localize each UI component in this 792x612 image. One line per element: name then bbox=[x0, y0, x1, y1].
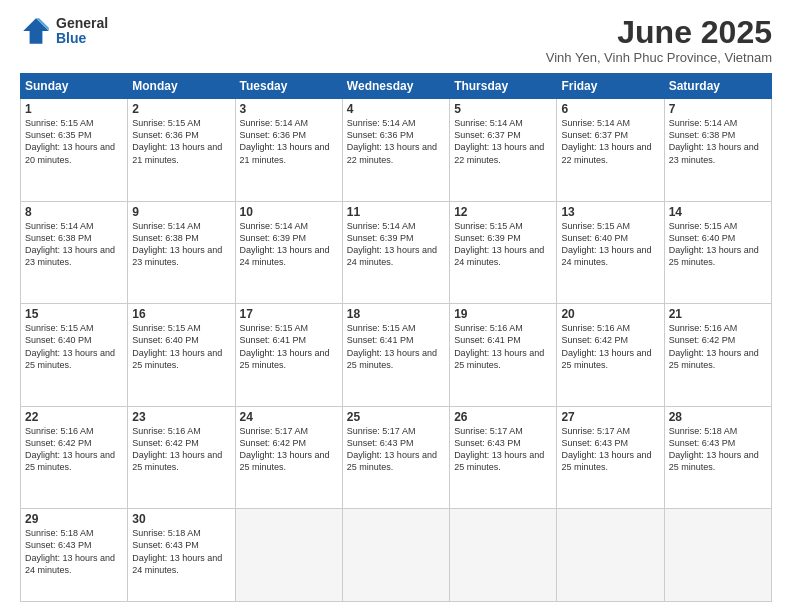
header-wednesday: Wednesday bbox=[342, 74, 449, 99]
calendar-cell: 17Sunrise: 5:15 AMSunset: 6:41 PMDayligh… bbox=[235, 304, 342, 407]
logo: General Blue bbox=[20, 15, 108, 47]
day-number: 16 bbox=[132, 307, 230, 321]
calendar-cell: 22Sunrise: 5:16 AMSunset: 6:42 PMDayligh… bbox=[21, 406, 128, 509]
weekday-header-row: Sunday Monday Tuesday Wednesday Thursday… bbox=[21, 74, 772, 99]
cell-info: Sunrise: 5:18 AMSunset: 6:43 PMDaylight:… bbox=[132, 528, 222, 574]
calendar-cell: 19Sunrise: 5:16 AMSunset: 6:41 PMDayligh… bbox=[450, 304, 557, 407]
calendar-cell: 2Sunrise: 5:15 AMSunset: 6:36 PMDaylight… bbox=[128, 99, 235, 202]
calendar-cell: 14Sunrise: 5:15 AMSunset: 6:40 PMDayligh… bbox=[664, 201, 771, 304]
cell-info: Sunrise: 5:15 AMSunset: 6:41 PMDaylight:… bbox=[240, 323, 330, 369]
calendar: Sunday Monday Tuesday Wednesday Thursday… bbox=[20, 73, 772, 602]
cell-info: Sunrise: 5:14 AMSunset: 6:39 PMDaylight:… bbox=[347, 221, 437, 267]
calendar-cell bbox=[664, 509, 771, 602]
calendar-cell: 28Sunrise: 5:18 AMSunset: 6:43 PMDayligh… bbox=[664, 406, 771, 509]
day-number: 23 bbox=[132, 410, 230, 424]
svg-marker-0 bbox=[23, 18, 49, 44]
calendar-cell: 15Sunrise: 5:15 AMSunset: 6:40 PMDayligh… bbox=[21, 304, 128, 407]
day-number: 29 bbox=[25, 512, 123, 526]
cell-info: Sunrise: 5:15 AMSunset: 6:40 PMDaylight:… bbox=[561, 221, 651, 267]
cell-info: Sunrise: 5:14 AMSunset: 6:38 PMDaylight:… bbox=[25, 221, 115, 267]
logo-general: General bbox=[56, 16, 108, 31]
calendar-cell: 8Sunrise: 5:14 AMSunset: 6:38 PMDaylight… bbox=[21, 201, 128, 304]
cell-info: Sunrise: 5:16 AMSunset: 6:42 PMDaylight:… bbox=[669, 323, 759, 369]
calendar-cell bbox=[342, 509, 449, 602]
cell-info: Sunrise: 5:15 AMSunset: 6:39 PMDaylight:… bbox=[454, 221, 544, 267]
cell-info: Sunrise: 5:16 AMSunset: 6:41 PMDaylight:… bbox=[454, 323, 544, 369]
calendar-cell: 10Sunrise: 5:14 AMSunset: 6:39 PMDayligh… bbox=[235, 201, 342, 304]
cell-info: Sunrise: 5:15 AMSunset: 6:41 PMDaylight:… bbox=[347, 323, 437, 369]
day-number: 26 bbox=[454, 410, 552, 424]
day-number: 14 bbox=[669, 205, 767, 219]
cell-info: Sunrise: 5:18 AMSunset: 6:43 PMDaylight:… bbox=[669, 426, 759, 472]
cell-info: Sunrise: 5:15 AMSunset: 6:40 PMDaylight:… bbox=[669, 221, 759, 267]
cell-info: Sunrise: 5:15 AMSunset: 6:35 PMDaylight:… bbox=[25, 118, 115, 164]
day-number: 15 bbox=[25, 307, 123, 321]
header-tuesday: Tuesday bbox=[235, 74, 342, 99]
header-monday: Monday bbox=[128, 74, 235, 99]
calendar-cell: 23Sunrise: 5:16 AMSunset: 6:42 PMDayligh… bbox=[128, 406, 235, 509]
calendar-cell: 11Sunrise: 5:14 AMSunset: 6:39 PMDayligh… bbox=[342, 201, 449, 304]
cell-info: Sunrise: 5:17 AMSunset: 6:43 PMDaylight:… bbox=[561, 426, 651, 472]
cell-info: Sunrise: 5:14 AMSunset: 6:37 PMDaylight:… bbox=[454, 118, 544, 164]
cell-info: Sunrise: 5:17 AMSunset: 6:43 PMDaylight:… bbox=[454, 426, 544, 472]
day-number: 2 bbox=[132, 102, 230, 116]
day-number: 13 bbox=[561, 205, 659, 219]
cell-info: Sunrise: 5:14 AMSunset: 6:36 PMDaylight:… bbox=[240, 118, 330, 164]
calendar-cell: 13Sunrise: 5:15 AMSunset: 6:40 PMDayligh… bbox=[557, 201, 664, 304]
calendar-cell: 26Sunrise: 5:17 AMSunset: 6:43 PMDayligh… bbox=[450, 406, 557, 509]
calendar-cell: 3Sunrise: 5:14 AMSunset: 6:36 PMDaylight… bbox=[235, 99, 342, 202]
calendar-cell: 27Sunrise: 5:17 AMSunset: 6:43 PMDayligh… bbox=[557, 406, 664, 509]
day-number: 25 bbox=[347, 410, 445, 424]
cell-info: Sunrise: 5:16 AMSunset: 6:42 PMDaylight:… bbox=[132, 426, 222, 472]
cell-info: Sunrise: 5:18 AMSunset: 6:43 PMDaylight:… bbox=[25, 528, 115, 574]
day-number: 24 bbox=[240, 410, 338, 424]
cell-info: Sunrise: 5:14 AMSunset: 6:38 PMDaylight:… bbox=[669, 118, 759, 164]
day-number: 17 bbox=[240, 307, 338, 321]
cell-info: Sunrise: 5:15 AMSunset: 6:36 PMDaylight:… bbox=[132, 118, 222, 164]
calendar-cell: 29Sunrise: 5:18 AMSunset: 6:43 PMDayligh… bbox=[21, 509, 128, 602]
day-number: 30 bbox=[132, 512, 230, 526]
calendar-cell: 1Sunrise: 5:15 AMSunset: 6:35 PMDaylight… bbox=[21, 99, 128, 202]
calendar-cell bbox=[557, 509, 664, 602]
day-number: 10 bbox=[240, 205, 338, 219]
logo-text: General Blue bbox=[56, 16, 108, 47]
day-number: 19 bbox=[454, 307, 552, 321]
cell-info: Sunrise: 5:14 AMSunset: 6:38 PMDaylight:… bbox=[132, 221, 222, 267]
calendar-cell: 18Sunrise: 5:15 AMSunset: 6:41 PMDayligh… bbox=[342, 304, 449, 407]
calendar-cell: 16Sunrise: 5:15 AMSunset: 6:40 PMDayligh… bbox=[128, 304, 235, 407]
cell-info: Sunrise: 5:17 AMSunset: 6:43 PMDaylight:… bbox=[347, 426, 437, 472]
calendar-cell bbox=[450, 509, 557, 602]
cell-info: Sunrise: 5:16 AMSunset: 6:42 PMDaylight:… bbox=[25, 426, 115, 472]
day-number: 5 bbox=[454, 102, 552, 116]
cell-info: Sunrise: 5:15 AMSunset: 6:40 PMDaylight:… bbox=[132, 323, 222, 369]
calendar-cell: 7Sunrise: 5:14 AMSunset: 6:38 PMDaylight… bbox=[664, 99, 771, 202]
header: General Blue June 2025 Vinh Yen, Vinh Ph… bbox=[20, 15, 772, 65]
cell-info: Sunrise: 5:15 AMSunset: 6:40 PMDaylight:… bbox=[25, 323, 115, 369]
day-number: 3 bbox=[240, 102, 338, 116]
header-sunday: Sunday bbox=[21, 74, 128, 99]
day-number: 11 bbox=[347, 205, 445, 219]
calendar-cell: 4Sunrise: 5:14 AMSunset: 6:36 PMDaylight… bbox=[342, 99, 449, 202]
day-number: 6 bbox=[561, 102, 659, 116]
header-friday: Friday bbox=[557, 74, 664, 99]
page: General Blue June 2025 Vinh Yen, Vinh Ph… bbox=[0, 0, 792, 612]
month-title: June 2025 bbox=[546, 15, 772, 50]
day-number: 18 bbox=[347, 307, 445, 321]
cell-info: Sunrise: 5:14 AMSunset: 6:39 PMDaylight:… bbox=[240, 221, 330, 267]
calendar-cell: 20Sunrise: 5:16 AMSunset: 6:42 PMDayligh… bbox=[557, 304, 664, 407]
logo-blue: Blue bbox=[56, 31, 108, 46]
day-number: 9 bbox=[132, 205, 230, 219]
day-number: 7 bbox=[669, 102, 767, 116]
cell-info: Sunrise: 5:14 AMSunset: 6:36 PMDaylight:… bbox=[347, 118, 437, 164]
day-number: 8 bbox=[25, 205, 123, 219]
day-number: 28 bbox=[669, 410, 767, 424]
header-saturday: Saturday bbox=[664, 74, 771, 99]
header-thursday: Thursday bbox=[450, 74, 557, 99]
day-number: 12 bbox=[454, 205, 552, 219]
calendar-cell: 12Sunrise: 5:15 AMSunset: 6:39 PMDayligh… bbox=[450, 201, 557, 304]
cell-info: Sunrise: 5:14 AMSunset: 6:37 PMDaylight:… bbox=[561, 118, 651, 164]
calendar-cell: 9Sunrise: 5:14 AMSunset: 6:38 PMDaylight… bbox=[128, 201, 235, 304]
calendar-cell: 5Sunrise: 5:14 AMSunset: 6:37 PMDaylight… bbox=[450, 99, 557, 202]
day-number: 4 bbox=[347, 102, 445, 116]
calendar-cell bbox=[235, 509, 342, 602]
